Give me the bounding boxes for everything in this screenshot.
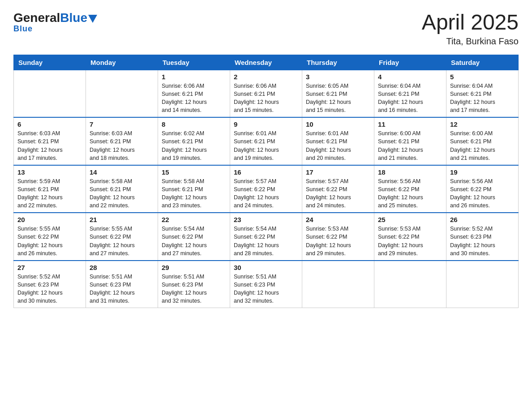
day-info: Sunrise: 6:04 AM Sunset: 6:21 PM Dayligh…: [450, 82, 515, 115]
day-number: 8: [162, 120, 226, 128]
calendar-cell: 7Sunrise: 6:03 AM Sunset: 6:21 PM Daylig…: [86, 117, 158, 165]
calendar-cell: 8Sunrise: 6:02 AM Sunset: 6:21 PM Daylig…: [158, 117, 230, 165]
calendar-cell: [374, 261, 446, 308]
calendar-cell: 6Sunrise: 6:03 AM Sunset: 6:21 PM Daylig…: [14, 117, 86, 165]
day-number: 19: [450, 168, 515, 176]
day-info: Sunrise: 5:58 AM Sunset: 6:21 PM Dayligh…: [162, 177, 226, 210]
day-info: Sunrise: 5:52 AM Sunset: 6:23 PM Dayligh…: [450, 225, 515, 257]
calendar-cell: 5Sunrise: 6:04 AM Sunset: 6:21 PM Daylig…: [446, 70, 519, 117]
day-number: 15: [162, 168, 226, 176]
day-info: Sunrise: 5:55 AM Sunset: 6:22 PM Dayligh…: [17, 225, 82, 257]
weekday-header-sunday: Sunday: [14, 55, 86, 70]
day-info: Sunrise: 6:06 AM Sunset: 6:21 PM Dayligh…: [162, 82, 226, 115]
day-number: 5: [450, 73, 515, 81]
weekday-header-thursday: Thursday: [302, 55, 374, 70]
day-info: Sunrise: 5:57 AM Sunset: 6:22 PM Dayligh…: [306, 177, 370, 210]
day-info: Sunrise: 5:59 AM Sunset: 6:21 PM Dayligh…: [17, 177, 82, 210]
day-info: Sunrise: 5:56 AM Sunset: 6:22 PM Dayligh…: [378, 177, 442, 210]
day-info: Sunrise: 5:51 AM Sunset: 6:23 PM Dayligh…: [162, 273, 226, 305]
logo-general: General: [13, 11, 60, 25]
day-info: Sunrise: 5:56 AM Sunset: 6:22 PM Dayligh…: [450, 177, 515, 210]
header-row: SundayMondayTuesdayWednesdayThursdayFrid…: [14, 55, 519, 70]
day-number: 16: [234, 168, 298, 176]
day-number: 18: [378, 168, 442, 176]
day-number: 4: [378, 73, 442, 81]
day-info: Sunrise: 6:02 AM Sunset: 6:21 PM Dayligh…: [162, 129, 226, 162]
day-info: Sunrise: 5:53 AM Sunset: 6:22 PM Dayligh…: [378, 225, 442, 257]
weekday-header-wednesday: Wednesday: [230, 55, 302, 70]
day-info: Sunrise: 6:01 AM Sunset: 6:21 PM Dayligh…: [306, 129, 370, 162]
day-number: 2: [234, 73, 298, 81]
day-info: Sunrise: 5:51 AM Sunset: 6:23 PM Dayligh…: [90, 273, 154, 305]
calendar-cell: [14, 70, 86, 117]
day-number: 12: [450, 120, 515, 128]
calendar-cell: 21Sunrise: 5:55 AM Sunset: 6:22 PM Dayli…: [86, 213, 158, 261]
calendar-cell: 19Sunrise: 5:56 AM Sunset: 6:22 PM Dayli…: [446, 165, 519, 213]
day-info: Sunrise: 5:54 AM Sunset: 6:22 PM Dayligh…: [162, 225, 226, 257]
day-number: 30: [234, 264, 298, 271]
calendar-cell: 22Sunrise: 5:54 AM Sunset: 6:22 PM Dayli…: [158, 213, 230, 261]
calendar-cell: 9Sunrise: 6:01 AM Sunset: 6:21 PM Daylig…: [230, 117, 302, 165]
day-info: Sunrise: 6:04 AM Sunset: 6:21 PM Dayligh…: [378, 82, 442, 115]
day-number: 14: [90, 168, 154, 176]
calendar-cell: 12Sunrise: 6:00 AM Sunset: 6:21 PM Dayli…: [446, 117, 519, 165]
subtitle: Tita, Burkina Faso: [422, 36, 519, 47]
calendar-cell: 11Sunrise: 6:00 AM Sunset: 6:21 PM Dayli…: [374, 117, 446, 165]
week-row-3: 13Sunrise: 5:59 AM Sunset: 6:21 PM Dayli…: [14, 165, 519, 213]
calendar-cell: 10Sunrise: 6:01 AM Sunset: 6:21 PM Dayli…: [302, 117, 374, 165]
calendar-cell: 1Sunrise: 6:06 AM Sunset: 6:21 PM Daylig…: [158, 70, 230, 117]
calendar-cell: [446, 261, 519, 308]
weekday-header-monday: Monday: [86, 55, 158, 70]
logo: GeneralBlue Blue: [13, 11, 97, 34]
day-number: 29: [162, 264, 226, 271]
day-info: Sunrise: 5:58 AM Sunset: 6:21 PM Dayligh…: [90, 177, 154, 210]
calendar-cell: 26Sunrise: 5:52 AM Sunset: 6:23 PM Dayli…: [446, 213, 519, 261]
day-info: Sunrise: 6:00 AM Sunset: 6:21 PM Dayligh…: [378, 129, 442, 162]
day-info: Sunrise: 5:54 AM Sunset: 6:22 PM Dayligh…: [234, 225, 298, 257]
day-info: Sunrise: 6:03 AM Sunset: 6:21 PM Dayligh…: [17, 129, 82, 162]
day-number: 21: [90, 216, 154, 223]
title-area: April 2025 Tita, Burkina Faso: [422, 11, 519, 47]
logo-underline: Blue: [13, 24, 33, 34]
day-number: 20: [17, 216, 82, 223]
day-number: 27: [17, 264, 82, 271]
calendar-cell: 3Sunrise: 6:05 AM Sunset: 6:21 PM Daylig…: [302, 70, 374, 117]
logo-blue: Blue: [60, 11, 87, 25]
calendar-cell: 28Sunrise: 5:51 AM Sunset: 6:23 PM Dayli…: [86, 261, 158, 308]
logo-text: GeneralBlue: [13, 11, 97, 25]
day-number: 26: [450, 216, 515, 223]
calendar-cell: [86, 70, 158, 117]
day-info: Sunrise: 6:05 AM Sunset: 6:21 PM Dayligh…: [306, 82, 370, 115]
day-number: 13: [17, 168, 82, 176]
week-row-1: 1Sunrise: 6:06 AM Sunset: 6:21 PM Daylig…: [14, 70, 519, 117]
calendar-cell: 30Sunrise: 5:51 AM Sunset: 6:23 PM Dayli…: [230, 261, 302, 308]
day-number: 7: [90, 120, 154, 128]
calendar-table: SundayMondayTuesdayWednesdayThursdayFrid…: [13, 55, 519, 308]
day-info: Sunrise: 6:03 AM Sunset: 6:21 PM Dayligh…: [90, 129, 154, 162]
calendar-cell: 14Sunrise: 5:58 AM Sunset: 6:21 PM Dayli…: [86, 165, 158, 213]
day-info: Sunrise: 5:55 AM Sunset: 6:22 PM Dayligh…: [90, 225, 154, 257]
calendar-cell: 16Sunrise: 5:57 AM Sunset: 6:22 PM Dayli…: [230, 165, 302, 213]
day-number: 24: [306, 216, 370, 223]
day-number: 11: [378, 120, 442, 128]
weekday-header-friday: Friday: [374, 55, 446, 70]
day-info: Sunrise: 5:51 AM Sunset: 6:23 PM Dayligh…: [234, 273, 298, 305]
day-number: 22: [162, 216, 226, 223]
day-number: 1: [162, 73, 226, 81]
day-info: Sunrise: 6:01 AM Sunset: 6:21 PM Dayligh…: [234, 129, 298, 162]
calendar-cell: 20Sunrise: 5:55 AM Sunset: 6:22 PM Dayli…: [14, 213, 86, 261]
calendar-cell: 15Sunrise: 5:58 AM Sunset: 6:21 PM Dayli…: [158, 165, 230, 213]
day-info: Sunrise: 5:52 AM Sunset: 6:23 PM Dayligh…: [17, 273, 82, 305]
calendar-cell: 2Sunrise: 6:06 AM Sunset: 6:21 PM Daylig…: [230, 70, 302, 117]
day-info: Sunrise: 6:06 AM Sunset: 6:21 PM Dayligh…: [234, 82, 298, 115]
calendar-cell: 27Sunrise: 5:52 AM Sunset: 6:23 PM Dayli…: [14, 261, 86, 308]
calendar-cell: 29Sunrise: 5:51 AM Sunset: 6:23 PM Dayli…: [158, 261, 230, 308]
calendar-cell: 25Sunrise: 5:53 AM Sunset: 6:22 PM Dayli…: [374, 213, 446, 261]
calendar-cell: 13Sunrise: 5:59 AM Sunset: 6:21 PM Dayli…: [14, 165, 86, 213]
day-number: 3: [306, 73, 370, 81]
header-area: GeneralBlue Blue April 2025 Tita, Burkin…: [13, 11, 519, 47]
calendar-cell: 18Sunrise: 5:56 AM Sunset: 6:22 PM Dayli…: [374, 165, 446, 213]
day-number: 9: [234, 120, 298, 128]
logo-triangle-icon: [88, 15, 97, 23]
day-info: Sunrise: 6:00 AM Sunset: 6:21 PM Dayligh…: [450, 129, 515, 162]
